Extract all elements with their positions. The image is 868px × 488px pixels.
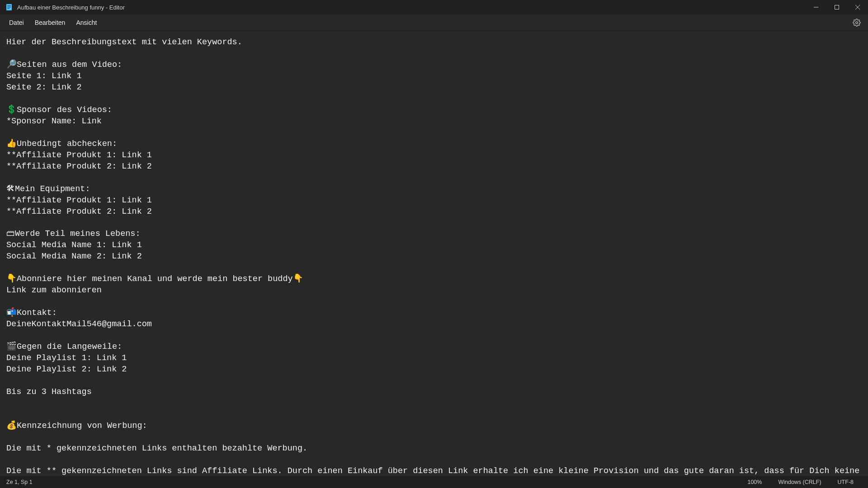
svg-rect-3 [7,8,9,9]
minimize-button[interactable] [806,0,826,14]
window-title: Aufbau einer Beschreibung funny - Editor [17,4,125,11]
svg-point-6 [856,21,858,23]
maximize-button[interactable] [826,0,847,14]
svg-rect-2 [7,7,11,7]
menu-edit[interactable]: Bearbeiten [29,16,71,29]
close-button[interactable] [847,0,868,14]
status-zoom[interactable]: 100% [739,479,770,485]
svg-rect-1 [7,5,11,6]
svg-rect-4 [814,7,818,8]
settings-button[interactable] [849,15,864,30]
status-cursor-position: Ze 1, Sp 1 [6,479,33,485]
status-line-ending[interactable]: Windows (CRLF) [770,479,829,485]
statusbar: Ze 1, Sp 1 100% Windows (CRLF) UTF-8 [0,476,868,488]
status-encoding[interactable]: UTF-8 [830,479,862,485]
editor-textarea[interactable]: Hier der Beschreibungstext mit vielen Ke… [0,31,868,476]
notepad-app-icon [5,4,13,11]
menu-file[interactable]: Datei [4,16,29,29]
svg-rect-5 [835,5,839,9]
menu-view[interactable]: Ansicht [71,16,102,29]
titlebar[interactable]: Aufbau einer Beschreibung funny - Editor [0,0,868,14]
menubar: Datei Bearbeiten Ansicht [0,14,868,31]
